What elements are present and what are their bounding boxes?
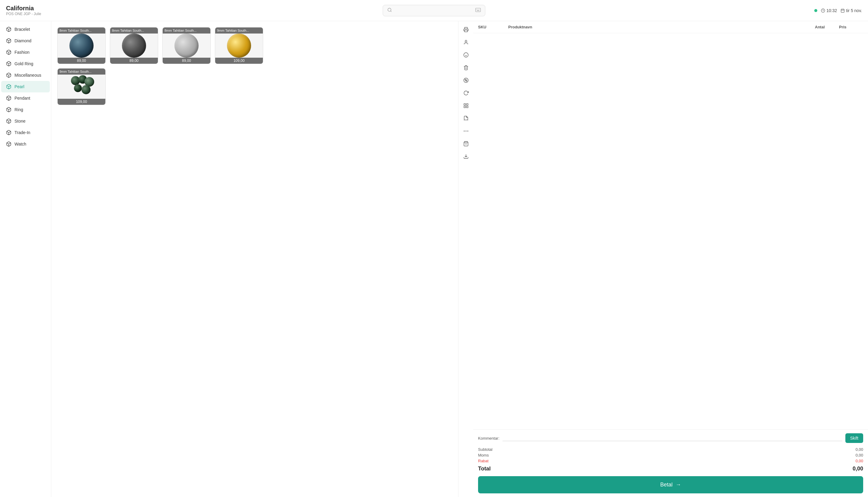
svg-point-0: [388, 8, 391, 12]
col-sku: SKU: [478, 25, 508, 29]
sidebar-item-diamond[interactable]: Diamond: [1, 35, 50, 46]
pearl-image: [68, 74, 95, 99]
cube-icon: [6, 72, 12, 78]
products-grid: 8mm Tahitian South... 89,00 8mm Tahitian…: [57, 27, 452, 105]
sidebar-label: Stone: [14, 119, 26, 124]
product-image-area: 9mm Tahitian South... 109,00: [215, 27, 263, 64]
svg-rect-9: [841, 9, 844, 12]
sidebar-label: Pendant: [14, 96, 30, 101]
pearl-image: [69, 33, 93, 58]
product-title: 8mm Tahitian South...: [110, 27, 158, 33]
sidebar-item-stone[interactable]: Stone: [1, 115, 50, 127]
product-title: 8mm Tahitian South...: [58, 27, 105, 33]
download-icon[interactable]: [461, 151, 472, 162]
print-icon[interactable]: [461, 24, 472, 35]
app-title: California: [6, 5, 67, 12]
svg-line-1: [391, 11, 391, 12]
svg-rect-34: [466, 103, 468, 105]
icon-toolbar: [458, 21, 473, 497]
subtotal-label: Subtotal: [478, 447, 493, 452]
cube-icon: [6, 118, 12, 124]
col-produktnavn: Produktnavn: [508, 25, 815, 29]
sidebar-label: Miscellaneous: [14, 73, 41, 77]
status-dot: [814, 9, 817, 12]
person-icon[interactable]: [461, 37, 472, 48]
col-pris: Pris: [839, 25, 863, 29]
svg-rect-24: [464, 30, 467, 32]
product-card[interactable]: 9mm Tahitian South... 109,00: [215, 27, 263, 64]
product-title: 8mm Tahitian South...: [163, 27, 211, 33]
sidebar-item-gold-ring[interactable]: Gold Ring: [1, 58, 50, 69]
content-area: 8mm Tahitian South... 89,00 8mm Tahitian…: [51, 21, 458, 497]
comment-label: Kommentar:: [478, 436, 500, 441]
totals-section: Subtotal 0,00 Moms 0,00 Rabat 0,00 Total…: [478, 447, 863, 472]
product-card[interactable]: 9mm Tahitian South... 109,00: [57, 68, 106, 105]
pearl-image: [174, 33, 199, 58]
product-price: 109,00: [215, 58, 263, 64]
sidebar-item-pearl[interactable]: Pearl: [1, 81, 50, 93]
comment-row: Kommentar: Skift: [478, 433, 863, 443]
search-bar[interactable]: [383, 5, 485, 16]
basket-icon[interactable]: [461, 138, 472, 149]
product-image-area: 8mm Tahitian South... 89,00: [163, 27, 211, 64]
cube-icon: [6, 27, 12, 32]
order-table-body: [473, 33, 868, 429]
product-card[interactable]: 8mm Tahitian South... 89,00: [57, 27, 106, 64]
product-price: 89,00: [110, 58, 158, 64]
refresh-icon[interactable]: [461, 88, 472, 98]
total-row: Total 0,00: [478, 466, 863, 472]
header-date: tir 5 nov.: [841, 8, 862, 13]
product-title: 9mm Tahitian South...: [58, 69, 105, 74]
header-left: California POS ONE JGP - Julie: [6, 5, 67, 16]
order-panel: SKU Produktnavn Antal Pris Kommentar: Sk…: [473, 21, 868, 497]
svg-rect-35: [464, 106, 465, 108]
sidebar-item-trade-in[interactable]: Trade-In: [1, 127, 50, 138]
header-right: 10:32 tir 5 nov.: [801, 8, 862, 13]
product-image-area: 8mm Tahitian South... 89,00: [58, 27, 105, 64]
pearl-image: [227, 33, 251, 58]
product-card[interactable]: 8mm Tahitian South... 89,00: [110, 27, 158, 64]
sidebar-label: Gold Ring: [14, 61, 33, 66]
cube-icon: [6, 38, 12, 43]
cube-icon: [6, 49, 12, 55]
betal-button[interactable]: Betal →: [478, 476, 863, 493]
trash-icon[interactable]: [461, 62, 472, 73]
cube-icon: [6, 61, 12, 67]
product-price: 89,00: [58, 58, 105, 64]
cube-icon: [6, 130, 12, 135]
product-title: 9mm Tahitian South...: [215, 27, 263, 33]
receipt-icon[interactable]: [461, 113, 472, 124]
product-card[interactable]: 8mm Tahitian South... 89,00: [162, 27, 211, 64]
svg-point-25: [465, 40, 467, 42]
sidebar-label: Bracelet: [14, 27, 30, 32]
sidebar-item-ring[interactable]: Ring: [1, 104, 50, 115]
sidebar-item-pendant[interactable]: Pendant: [1, 93, 50, 104]
sidebar-item-watch[interactable]: Watch: [1, 138, 50, 150]
svg-point-26: [464, 53, 468, 57]
order-footer: Kommentar: Skift Subtotal 0,00 Moms 0,00…: [473, 429, 868, 497]
face-icon[interactable]: [461, 49, 472, 60]
skift-button[interactable]: Skift: [845, 433, 863, 443]
product-image-area: 8mm Tahitian South... 89,00: [110, 27, 158, 64]
header-time: 10:32: [821, 8, 837, 13]
header: California POS ONE JGP - Julie: [0, 0, 868, 21]
search-input[interactable]: [394, 8, 473, 13]
rabat-value: 0,00: [856, 459, 863, 463]
svg-rect-2: [476, 8, 481, 12]
grid-icon[interactable]: [461, 100, 472, 111]
app-subtitle: POS ONE JGP - Julie: [6, 12, 67, 16]
sidebar-item-bracelet[interactable]: Bracelet: [1, 24, 50, 35]
cube-icon: [6, 84, 12, 89]
moms-row: Moms 0,00: [478, 453, 863, 457]
discount-icon[interactable]: [461, 75, 472, 86]
rabat-row: Rabat 0,00: [478, 459, 863, 463]
betal-arrow: →: [676, 482, 681, 488]
comment-input[interactable]: [503, 435, 842, 441]
more-icon[interactable]: [461, 126, 472, 137]
main-layout: Bracelet Diamond Fashion Gold Ring Misce…: [0, 21, 868, 497]
cube-icon: [6, 141, 12, 147]
product-image-area: 9mm Tahitian South... 109,00: [58, 69, 105, 105]
sidebar-item-miscellaneous[interactable]: Miscellaneous: [1, 69, 50, 81]
total-label: Total: [478, 466, 491, 472]
sidebar-item-fashion[interactable]: Fashion: [1, 46, 50, 58]
